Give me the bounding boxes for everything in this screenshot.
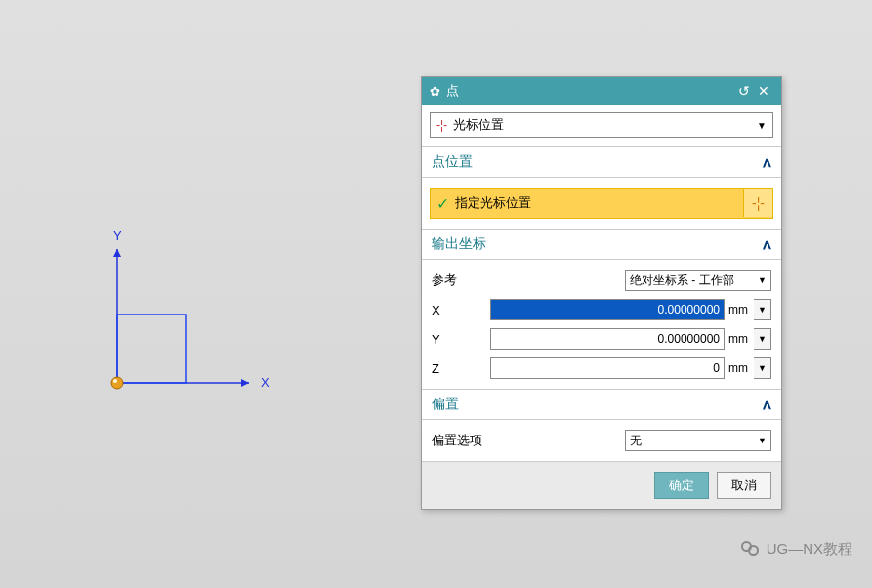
reset-icon[interactable]: ↺ — [734, 83, 754, 99]
check-icon: ✓ — [436, 194, 449, 213]
reference-label: 参考 — [432, 272, 490, 289]
chevron-up-icon: ʌ — [763, 235, 771, 253]
gear-icon: ✿ — [430, 84, 440, 99]
point-type-label: 光标位置 — [453, 116, 504, 134]
chevron-down-icon: ▼ — [757, 120, 767, 131]
chevron-up-icon: ʌ — [763, 153, 771, 171]
ok-button[interactable]: 确定 — [654, 472, 709, 499]
svg-marker-3 — [113, 249, 121, 257]
z-input[interactable] — [490, 357, 725, 379]
section-point-location[interactable]: 点位置 ʌ — [422, 147, 781, 178]
cancel-button[interactable]: 取消 — [717, 472, 771, 499]
chevron-down-icon: ▼ — [758, 436, 767, 445]
coordinate-axes: X Y — [0, 0, 420, 588]
x-unit-dropdown[interactable]: ▼ — [754, 299, 771, 320]
sketch-rectangle — [117, 315, 186, 383]
axis-y-label: Y — [113, 229, 122, 243]
watermark: UG—NX教程 — [741, 539, 852, 559]
svg-marker-1 — [241, 379, 249, 387]
pick-point-icon[interactable]: -¦- — [743, 189, 772, 217]
offset-option-label: 偏置选项 — [432, 432, 510, 449]
svg-point-4 — [113, 379, 117, 383]
chevron-down-icon: ▼ — [758, 275, 767, 285]
point-dialog: ✿ 点 ↺ ✕ -¦- 光标位置 ▼ 点位置 ʌ ✓ 指定光标位置 -¦- 输出… — [421, 76, 782, 510]
specify-cursor-row[interactable]: ✓ 指定光标位置 -¦- — [430, 188, 773, 219]
crosshair-icon: -¦- — [436, 118, 447, 132]
y-input[interactable] — [490, 328, 725, 350]
y-unit-dropdown[interactable]: ▼ — [754, 328, 771, 350]
section-offset[interactable]: 偏置 ʌ — [422, 389, 781, 420]
wechat-icon — [741, 539, 761, 559]
offset-option-dropdown[interactable]: 无 ▼ — [625, 430, 771, 451]
close-icon[interactable]: ✕ — [754, 83, 773, 99]
chevron-up-icon: ʌ — [763, 396, 771, 413]
origin-point — [111, 377, 123, 389]
x-unit: mm — [725, 303, 754, 316]
reference-dropdown[interactable]: 绝对坐标系 - 工作部 ▼ — [625, 270, 771, 291]
z-label: Z — [432, 361, 490, 376]
z-unit: mm — [725, 361, 754, 375]
dialog-title: 点 — [446, 82, 459, 100]
z-unit-dropdown[interactable]: ▼ — [754, 357, 771, 379]
type-row: -¦- 光标位置 ▼ — [422, 105, 781, 147]
viewport-3d[interactable]: X Y — [0, 0, 420, 588]
y-label: Y — [432, 332, 490, 347]
dialog-footer: 确定 取消 — [422, 461, 781, 509]
point-type-dropdown[interactable]: -¦- 光标位置 ▼ — [430, 112, 773, 138]
y-unit: mm — [725, 332, 754, 346]
axis-x-label: X — [261, 375, 270, 390]
dialog-titlebar[interactable]: ✿ 点 ↺ ✕ — [422, 77, 781, 105]
x-label: X — [432, 303, 490, 317]
section-output-coords[interactable]: 输出坐标 ʌ — [422, 229, 781, 260]
x-input[interactable] — [490, 299, 725, 320]
